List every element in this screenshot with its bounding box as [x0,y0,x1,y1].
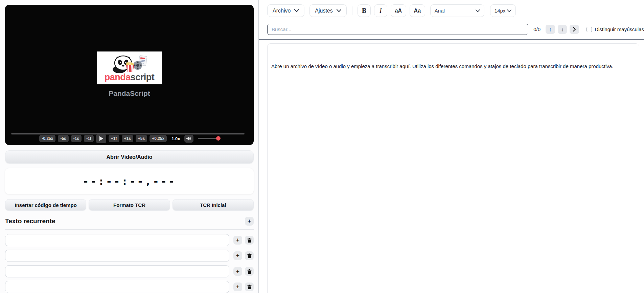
open-video-audio-button[interactable]: Abrir Vídeo/Audio [5,150,254,164]
search-input[interactable] [267,24,528,35]
forward-1f-button[interactable]: +1f [109,135,119,142]
recurrent-row: + [5,265,255,277]
insert-recurrent-button[interactable]: + [233,236,242,245]
case-sensitive-checkbox[interactable] [586,27,592,32]
chevron-down-icon [476,9,480,12]
panda-popcorn-icon [109,55,150,74]
editor-toolbar: Archivo Ajustes B I aA Aa Arial 14px [267,4,644,17]
ajustes-menu-label: Ajustes [315,8,332,14]
search-next-button[interactable]: ↓ [558,25,567,34]
wordmark-panda: panda [105,72,131,82]
back-5s-button[interactable]: -5s [58,135,68,142]
volume-slider[interactable] [198,138,220,139]
tcr-buttons-row: Insertar código de tiempo Formato TCR TC… [5,199,254,211]
playback-rate-label: 1.0x [171,136,180,141]
trash-icon [247,238,252,243]
insert-recurrent-button[interactable]: + [233,251,242,260]
wordmark-script: script [131,72,155,82]
insert-recurrent-button[interactable]: + [233,267,242,276]
tcr-format-button[interactable]: Formato TCR [89,199,170,211]
font-size-select[interactable]: 14px [490,4,516,17]
chevron-right-icon [573,27,576,32]
ajustes-menu-button[interactable]: Ajustes [309,4,346,17]
trash-icon [247,253,252,258]
back-1f-button[interactable]: -1f [84,135,94,142]
transcription-editor[interactable]: Abre un archivo de vídeo o audio y empie… [267,43,639,293]
search-go-button[interactable] [570,25,579,34]
italic-button[interactable]: I [374,4,387,17]
recurrent-text-title: Texto recurrente [5,217,55,225]
recurrent-divider [5,229,254,230]
search-match-counter: 0/0 [533,26,542,32]
delete-recurrent-button[interactable] [245,251,254,260]
video-player: pandascript PandaScript -0.25x -5s -1s -… [5,5,254,145]
speed-up-button[interactable]: +0.25x [150,135,167,142]
volume-slider-thumb[interactable] [216,136,221,141]
chevron-down-icon [337,9,341,12]
delete-recurrent-button[interactable] [245,236,254,245]
timecode-display-box: --:--:--,--- [5,168,254,194]
recurrent-text-input[interactable] [5,281,229,293]
trash-icon [247,285,252,289]
video-poster: pandascript PandaScript [5,51,254,98]
case-sensitive-label: Distinguir mayúsculas [595,26,644,32]
search-bar: 0/0 ↑ ↓ Distinguir mayúsculas [267,24,644,35]
recurrent-row: + [5,281,255,293]
editor-header: Archivo Ajustes B I aA Aa Arial 14px [259,0,644,40]
font-family-value: Arial [435,8,445,14]
archivo-menu-button[interactable]: Archivo [267,4,304,17]
recurrent-text-header: Texto recurrente + [5,217,254,226]
pandascript-logo: pandascript [97,51,162,84]
insert-timecode-button[interactable]: Insertar código de tiempo [5,199,86,211]
font-size-value: 14px [495,8,506,14]
recurrent-row: + [5,250,255,262]
speed-down-button[interactable]: -0.25x [39,135,55,142]
insert-recurrent-button[interactable]: + [233,282,242,291]
recurrent-rows: + + + + [5,234,255,293]
play-icon [99,136,103,141]
play-button[interactable] [96,134,106,143]
chevron-down-icon [507,9,511,12]
recurrent-text-input[interactable] [5,250,229,262]
chevron-down-icon [294,9,299,12]
media-panel: pandascript PandaScript -0.25x -5s -1s -… [0,0,258,293]
forward-5s-button[interactable]: +5s [136,135,147,142]
delete-recurrent-button[interactable] [245,282,254,291]
toolbar-separator [352,6,352,15]
timecode-value: --:--:--,--- [83,175,176,187]
bold-button[interactable]: B [358,4,371,17]
speaker-icon [186,136,191,141]
editor-placeholder-text: Abre un archivo de vídeo o audio y empie… [271,63,634,70]
mute-button[interactable] [184,135,193,143]
titlecase-button[interactable]: Aa [410,4,425,17]
uppercase-button[interactable]: aA [391,4,406,17]
video-title: PandaScript [109,89,150,98]
video-controls: -0.25x -5s -1s -1f +1f +1s +5s +0.25x 1.… [5,134,254,143]
pandascript-wordmark: pandascript [105,73,155,82]
tcr-initial-button[interactable]: TCR Inicial [172,199,254,211]
delete-recurrent-button[interactable] [245,267,254,276]
font-family-select[interactable]: Arial [430,4,484,17]
search-prev-button[interactable]: ↑ [546,25,555,34]
trash-icon [247,269,252,274]
case-sensitive-toggle[interactable]: Distinguir mayúsculas [586,26,644,32]
archivo-menu-label: Archivo [273,8,291,14]
recurrent-text-input[interactable] [5,234,229,246]
back-1s-button[interactable]: -1s [71,135,82,142]
forward-1s-button[interactable]: +1s [122,135,133,142]
recurrent-row: + [5,234,255,246]
add-recurrent-row-button[interactable]: + [245,217,254,226]
editor-panel: Archivo Ajustes B I aA Aa Arial 14px [258,0,644,293]
recurrent-text-input[interactable] [5,265,229,277]
